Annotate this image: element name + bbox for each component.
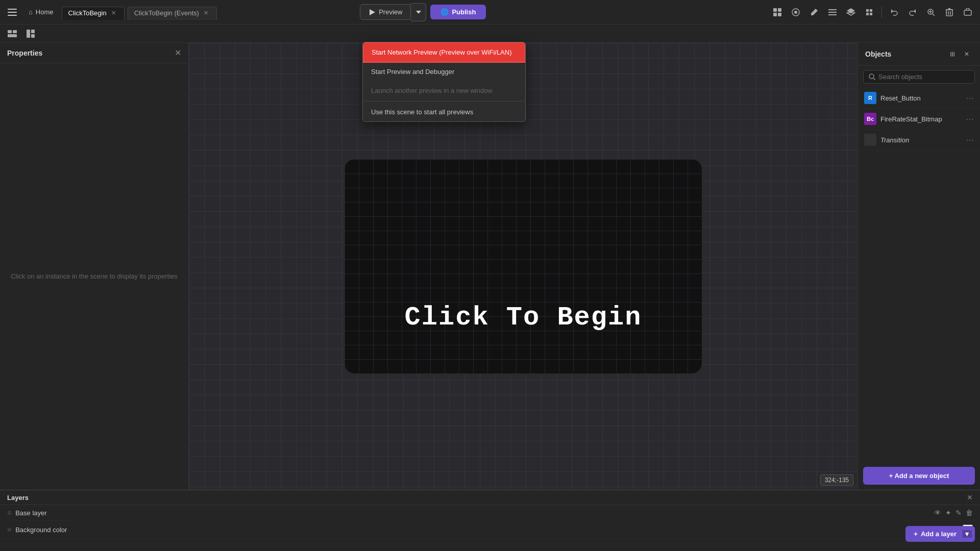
tab1-close[interactable]: ✕ bbox=[110, 9, 118, 17]
layer-row-bg[interactable]: ≡ Background color bbox=[0, 521, 980, 539]
object-more-fireratestat[interactable]: ⋯ bbox=[966, 114, 974, 124]
grid-icon[interactable] bbox=[861, 4, 877, 20]
layer-visible-icon[interactable]: 👁 bbox=[934, 509, 941, 517]
scene-text: Click To Begin bbox=[345, 303, 702, 333]
toolbar-divider bbox=[881, 6, 882, 18]
svg-rect-27 bbox=[964, 10, 971, 15]
tab-clicktobegin[interactable]: ClickToBegin ✕ bbox=[62, 7, 125, 20]
layers-panel: Layers ✕ ≡ Base layer 👁 ✦ ✎ 🗑 ≡ Backgrou… bbox=[0, 490, 980, 551]
search-input[interactable] bbox=[878, 73, 969, 81]
svg-marker-4 bbox=[416, 11, 421, 14]
share-icon[interactable] bbox=[960, 4, 976, 20]
svg-rect-31 bbox=[27, 30, 30, 38]
add-layer-label: Add a layer bbox=[921, 530, 957, 538]
zoom-icon[interactable] bbox=[923, 4, 939, 20]
top-bar: ⌂ Home ClickToBegin ✕ ClickToBegin (Even… bbox=[0, 0, 980, 24]
object-icon-fireratestat: Bc bbox=[864, 113, 876, 125]
objects-close-icon[interactable]: ✕ bbox=[961, 48, 973, 60]
svg-rect-2 bbox=[8, 15, 17, 16]
layers-header: Layers ✕ bbox=[0, 490, 980, 505]
add-object-button[interactable]: + Add a new object bbox=[863, 467, 975, 485]
layout2-icon[interactable] bbox=[22, 26, 39, 42]
layer-handle-base: ≡ bbox=[7, 509, 11, 517]
object-more-transition[interactable]: ⋯ bbox=[966, 135, 974, 145]
layer-row-base[interactable]: ≡ Base layer 👁 ✦ ✎ 🗑 bbox=[0, 505, 980, 521]
add-layer-chevron[interactable]: ▾ bbox=[962, 530, 972, 538]
svg-rect-7 bbox=[773, 13, 777, 16]
scene-preview[interactable]: Click To Begin bbox=[345, 159, 702, 373]
layout1-icon[interactable] bbox=[4, 26, 20, 42]
layer-edit-icon[interactable]: ✎ bbox=[955, 509, 962, 517]
coordinates-badge: 324;-135 bbox=[820, 474, 853, 486]
trash-icon[interactable] bbox=[941, 4, 958, 20]
svg-rect-1 bbox=[8, 12, 17, 13]
object-icon-transition bbox=[864, 134, 876, 146]
svg-rect-0 bbox=[8, 9, 17, 10]
objects-filter-icon[interactable]: ⊞ bbox=[946, 48, 959, 60]
object-item-transition[interactable]: Transition ⋯ bbox=[858, 130, 980, 151]
properties-panel: Properties ✕ Click on an instance in the… bbox=[0, 43, 189, 490]
dropdown-item-scene-start[interactable]: Use this scene to start all previews bbox=[363, 103, 525, 121]
top-right-icons bbox=[769, 4, 976, 20]
layer-trash-icon[interactable]: 🗑 bbox=[966, 509, 973, 517]
dropdown-label-network-preview: Start Network Preview (Preview over WiFi… bbox=[372, 48, 512, 56]
properties-close-button[interactable]: ✕ bbox=[175, 48, 181, 58]
tab-clicktobegin-events[interactable]: ClickToBegin (Events) ✕ bbox=[128, 7, 217, 20]
second-toolbar bbox=[0, 24, 980, 43]
undo-icon[interactable] bbox=[886, 4, 902, 20]
object-icon-reset: R bbox=[864, 92, 876, 104]
search-icon bbox=[869, 73, 875, 80]
layer-effects-icon[interactable]: ✦ bbox=[945, 509, 951, 517]
svg-marker-16 bbox=[891, 9, 893, 13]
object-item-fireratestat[interactable]: Bc FireRateStat_Bitmap ⋯ bbox=[858, 109, 980, 130]
list-icon[interactable] bbox=[824, 4, 841, 20]
dropdown-label-new-window: Launch another preview in a new window bbox=[371, 87, 493, 94]
layer-handle-bg: ≡ bbox=[7, 525, 11, 534]
publish-label: Publish bbox=[452, 8, 476, 16]
properties-title: Properties bbox=[7, 49, 42, 57]
edit-icon[interactable] bbox=[806, 4, 822, 20]
home-tab[interactable]: ⌂ Home bbox=[23, 6, 59, 18]
svg-rect-5 bbox=[773, 8, 777, 12]
svg-rect-29 bbox=[13, 30, 17, 33]
dropdown-item-network-preview[interactable]: Start Network Preview (Preview over WiFi… bbox=[362, 42, 526, 63]
objects-panel: Objects ⊞ ✕ R Reset_Button ⋯ Bc FireRate… bbox=[857, 43, 980, 490]
layers-title: Layers bbox=[7, 494, 29, 502]
preview-dropdown-menu: Start Network Preview (Preview over WiFi… bbox=[362, 42, 526, 122]
properties-hint-text: Click on an instance in the scene to dis… bbox=[11, 271, 178, 282]
dropdown-label-scene-start: Use this scene to start all previews bbox=[371, 108, 473, 116]
redo-icon[interactable] bbox=[904, 4, 921, 20]
svg-marker-3 bbox=[370, 9, 375, 15]
add-layer-button[interactable]: + Add a layer ▾ bbox=[905, 526, 975, 542]
preview-button[interactable]: Preview bbox=[360, 4, 411, 20]
svg-point-10 bbox=[794, 11, 797, 14]
publish-button[interactable]: 🌐 Publish bbox=[430, 5, 486, 19]
object-name-fireratestat: FireRateStat_Bitmap bbox=[880, 115, 962, 123]
tab2-label: ClickToBegin (Events) bbox=[134, 9, 199, 17]
svg-line-35 bbox=[873, 78, 875, 80]
object-name-reset: Reset_Button bbox=[880, 94, 962, 102]
dropdown-label-debugger: Start Preview and Debugger bbox=[371, 68, 454, 76]
svg-point-34 bbox=[869, 74, 874, 79]
objects-title: Objects bbox=[865, 50, 891, 58]
tab2-close[interactable]: ✕ bbox=[202, 9, 210, 17]
svg-rect-6 bbox=[778, 8, 781, 12]
preview-dropdown-button[interactable] bbox=[411, 3, 426, 21]
object-more-reset[interactable]: ⋯ bbox=[966, 93, 974, 103]
layer-name-bg: Background color bbox=[15, 526, 959, 534]
object-list: R Reset_Button ⋯ Bc FireRateStat_Bitmap … bbox=[858, 88, 980, 462]
home-icon: ⌂ bbox=[29, 8, 33, 16]
layers-close-button[interactable]: ✕ bbox=[967, 493, 973, 502]
svg-marker-15 bbox=[847, 13, 855, 15]
add-layer-icon: + bbox=[914, 530, 918, 538]
svg-rect-32 bbox=[31, 30, 35, 33]
extensions-icon[interactable] bbox=[788, 4, 804, 20]
asset-store-icon[interactable] bbox=[769, 4, 786, 20]
dropdown-item-debugger[interactable]: Start Preview and Debugger bbox=[363, 62, 525, 81]
dropdown-divider bbox=[363, 101, 525, 102]
layers-icon[interactable] bbox=[843, 4, 859, 20]
top-center-actions: Preview 🌐 Publish bbox=[360, 3, 486, 21]
object-item-reset-button[interactable]: R Reset_Button ⋯ bbox=[858, 88, 980, 109]
preview-label: Preview bbox=[379, 8, 402, 16]
menu-button[interactable] bbox=[4, 4, 20, 20]
